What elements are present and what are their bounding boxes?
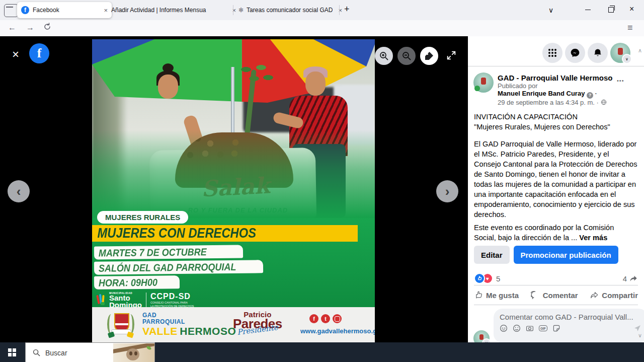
search-icon [33, 349, 40, 356]
list-tabs-chevron-icon[interactable]: ∨ [548, 6, 553, 14]
parroquial-label: PARROQUIAL [142, 319, 236, 325]
comment-button[interactable]: Comentar [531, 291, 578, 300]
camera-icon[interactable] [526, 324, 534, 332]
facebook-logo[interactable]: f [29, 43, 49, 63]
tab-title: Facebook [33, 7, 59, 14]
like-reaction-icon[interactable] [474, 273, 485, 284]
facebook-favicon: f [21, 6, 29, 14]
ccpd-logo-text: CCPD-SD CONSEJO CANTONAL PARA LA PROTECC… [150, 292, 194, 308]
post-admin-buttons: Editar Promocionar publicación [474, 246, 618, 264]
scroll-down-arrow[interactable]: ∨ [638, 332, 642, 339]
poster-badge: MUJERES RURALES [97, 211, 188, 224]
promote-post-button[interactable]: Promocionar publicación [514, 246, 618, 264]
municipio-logo-icon [97, 294, 105, 306]
notifications-bell-icon[interactable] [588, 43, 608, 63]
page-name[interactable]: GAD - Parroquial Valle Hermoso [498, 74, 618, 82]
tab-title: Añadir Actividad | Informes Mensua [111, 7, 217, 14]
post-more-options-icon[interactable]: ••• [617, 78, 624, 84]
poster-logos-row: MUNICIPALIDAD Santo Domingo CCPD-SD CONS… [97, 292, 194, 309]
post-text-p3: Este evento es coordinado por la Comisió… [474, 223, 638, 243]
valle-label: VALLE [142, 325, 178, 337]
emoji-icon[interactable] [513, 324, 521, 332]
close-window-button[interactable]: × [629, 5, 634, 14]
start-button[interactable] [0, 342, 24, 362]
minimize-button[interactable] [585, 10, 591, 10]
scroll-up-arrow[interactable]: ∧ [638, 47, 642, 54]
publisher-name[interactable]: Manuel Enrique Band Curay ? · [498, 90, 618, 99]
question-badge-icon[interactable]: ? [587, 92, 593, 99]
reload-icon[interactable] [43, 23, 51, 31]
valle-hermoso-crest [106, 312, 135, 337]
taskbar-search[interactable]: Buscar [25, 342, 155, 362]
divider [474, 285, 638, 285]
publisher-text: Manuel Enrique Band Curay [498, 90, 585, 97]
reactions-row: ♥ 5 4 [474, 273, 638, 284]
facebook-header-icons: ∨ [542, 43, 630, 63]
zoom-in-icon[interactable] [375, 47, 393, 65]
see-more-link[interactable]: Ver más [579, 234, 607, 242]
face [158, 75, 178, 99]
tab-informes[interactable]: Añadir Actividad | Informes Mensua × [107, 2, 240, 18]
next-photo-button[interactable]: › [436, 180, 458, 202]
previous-photo-button[interactable]: ‹ [8, 180, 30, 202]
line-text: HORA: 09H00 [94, 276, 157, 288]
tab-facebook[interactable]: f Facebook × [17, 2, 112, 18]
tab-separator [339, 5, 340, 15]
chatgpt-favicon: ✻ [238, 7, 244, 14]
browser-tab-bar: f Facebook × Añadir Actividad | Informes… [0, 0, 644, 20]
president-signature: Patricio Paredes Presidente [233, 311, 282, 334]
fullscreen-icon[interactable] [446, 50, 457, 61]
windows-taskbar: Buscar O Ps Pr [0, 342, 644, 362]
tab-tareas[interactable]: ✻ Tareas comunicador social GAD × [234, 2, 346, 18]
sticker-icon[interactable] [552, 324, 560, 332]
back-icon[interactable]: ← [8, 23, 16, 32]
facebook-icon: f [309, 314, 318, 323]
page-avatar[interactable] [473, 73, 494, 93]
share-button[interactable]: Compartir [590, 291, 638, 300]
share-label: Compartir [602, 291, 638, 300]
municipio-logo-text: MUNICIPALIDAD Santo Domingo [109, 292, 142, 309]
close-viewer-icon[interactable]: × [12, 47, 19, 61]
new-tab-button[interactable]: + [344, 4, 350, 15]
hermoso-label: HERMOSO [180, 325, 236, 337]
zoom-out-icon[interactable] [397, 47, 416, 65]
post-date[interactable]: 29 de septiembre a las 4:34 p. m. · [498, 99, 618, 106]
poster-line-place: SALÓN DEL GAD PARROQUIAL [94, 260, 263, 275]
send-icon[interactable] [633, 324, 641, 332]
firefox-view-icon[interactable] [4, 4, 18, 17]
apps-grid-icon[interactable] [542, 43, 562, 63]
hair-bun [163, 63, 174, 73]
share-arrow-icon [590, 291, 599, 300]
like-label: Me gusta [486, 291, 519, 300]
photo-viewer: × f ‹ › [0, 36, 468, 342]
messenger-icon[interactable] [565, 43, 585, 63]
comment-composer[interactable]: Comentar como GAD - Parroquial Vall... G… [494, 309, 644, 343]
restore-window-button[interactable] [608, 7, 614, 13]
tab-separator [233, 5, 233, 15]
instagram-icon [333, 314, 342, 323]
composer-placeholder[interactable]: Comentar como GAD - Parroquial Vall... [500, 313, 641, 321]
like-button[interactable]: Me gusta [474, 291, 519, 300]
divider [474, 305, 638, 305]
share-count[interactable]: 4 [623, 274, 627, 283]
gif-icon[interactable]: GIF [539, 325, 547, 331]
search-placeholder: Buscar [45, 349, 67, 357]
avatar-sticker-icon[interactable] [500, 324, 508, 332]
post-sidebar: ∨ ∧ GAD - Parroquial Valle Hermoso Publi… [468, 36, 644, 342]
tag-photo-icon[interactable] [420, 47, 438, 65]
forward-icon[interactable]: → [26, 23, 34, 32]
poster-website: www.gadvallehermoso.gob.ec [300, 327, 375, 335]
menu-hamburger-icon[interactable]: ≡ [627, 23, 633, 33]
edit-button[interactable]: Editar [474, 246, 510, 264]
browser-nav-bar: ← → www.facebook.com/photo/?fbid=6813521… [0, 20, 644, 37]
ccpd-label: CCPD-SD [150, 292, 194, 301]
profile-avatar[interactable]: ∨ [610, 43, 630, 63]
tab-close-icon[interactable]: × [101, 7, 108, 14]
poster-yellow-banner: MUJERES CON DERECHOS [92, 225, 358, 242]
date-text: 29 de septiembre a las 4:34 p. m. · [498, 99, 599, 106]
share-count-icon [629, 274, 638, 283]
poster-green-section: MUJERES RURALES MUJERES CON DERECHOS MAR… [92, 218, 375, 307]
tab-title: Tareas comunicador social GAD [247, 7, 333, 14]
reaction-count[interactable]: 5 [496, 274, 500, 283]
post-photo-poster[interactable]: Salak RO Y FUERA DE LA CIUDAD MUJERES RU… [92, 39, 375, 342]
